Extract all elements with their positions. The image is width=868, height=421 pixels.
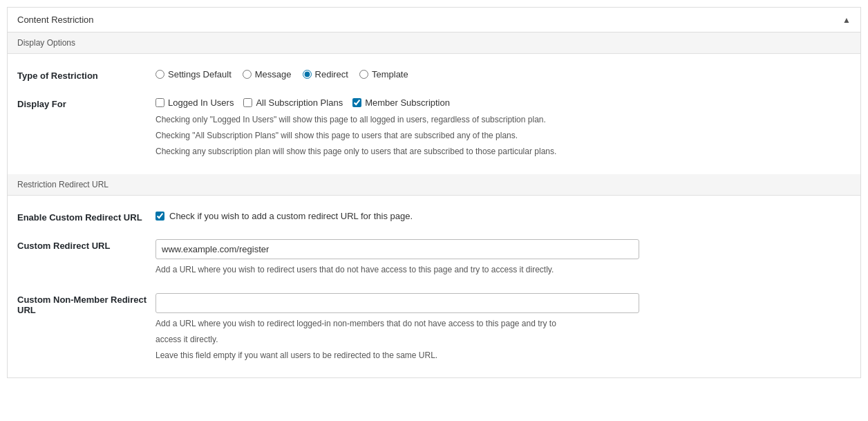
custom-redirect-url-input[interactable] [155,239,639,259]
custom-non-member-redirect-desc-3: Leave this field empty if you want all u… [155,349,851,362]
restriction-radio-group: Settings Default Message Redirect Templa… [155,69,851,79]
restriction-redirect-section-header: Restriction Redirect URL [8,174,860,196]
display-for-checkbox-group: Logged In Users All Subscription Plans M… [155,97,851,108]
enable-custom-redirect-content: Check if you wish to add a custom redire… [155,211,851,221]
custom-redirect-url-content: Add a URL where you wish to redirect use… [155,239,851,277]
display-options-form: Type of Restriction Settings Default Mes… [8,54,860,174]
display-options-section-header: Display Options [8,32,860,54]
collapse-icon[interactable]: ▲ [842,15,851,25]
enable-custom-redirect-label: Enable Custom Redirect URL [17,211,155,223]
checkbox-all-plans-input[interactable] [243,98,252,107]
custom-redirect-url-label: Custom Redirect URL [17,239,155,251]
radio-message[interactable]: Message [243,69,292,79]
panel-title: Content Restriction [17,15,94,25]
radio-template-label: Template [372,69,408,79]
enable-redirect-checkbox-row: Check if you wish to add a custom redire… [155,211,851,221]
checkbox-all-subscription-plans[interactable]: All Subscription Plans [243,97,343,108]
redirect-form: Enable Custom Redirect URL Check if you … [8,196,860,378]
display-for-options: Logged In Users All Subscription Plans M… [155,97,851,159]
display-for-desc-1: Checking only "Logged In Users" will sho… [155,113,851,127]
display-for-label: Display For [17,97,155,109]
custom-non-member-redirect-content: Add a URL where you wish to redirect log… [155,293,851,363]
panel-header: Content Restriction ▲ [8,8,860,32]
checkbox-logged-in-label: Logged In Users [168,97,234,108]
radio-redirect-input[interactable] [303,70,312,79]
content-restriction-panel: Content Restriction ▲ Display Options Ty… [7,7,861,378]
custom-redirect-url-desc: Add a URL where you wish to redirect use… [155,263,851,277]
type-of-restriction-row: Type of Restriction Settings Default Mes… [17,61,851,89]
checkbox-member-sub-label: Member Subscription [365,97,450,108]
radio-redirect[interactable]: Redirect [303,69,348,79]
radio-template[interactable]: Template [359,69,408,79]
display-for-row: Display For Logged In Users All Subscrip… [17,89,851,167]
custom-non-member-redirect-label: Custom Non-Member Redirect URL [17,293,155,315]
checkbox-member-subscription[interactable]: Member Subscription [352,97,450,108]
radio-template-input[interactable] [359,70,368,79]
checkbox-logged-in-users[interactable]: Logged In Users [155,97,234,108]
enable-redirect-checkbox[interactable] [155,212,164,221]
radio-message-input[interactable] [243,70,252,79]
type-of-restriction-label: Type of Restriction [17,69,155,81]
checkbox-logged-in-input[interactable] [155,98,164,107]
display-for-desc-3: Checking any subscription plan will show… [155,145,851,158]
enable-redirect-checkbox-label: Check if you wish to add a custom redire… [169,211,413,221]
custom-non-member-redirect-desc-1: Add a URL where you wish to redirect log… [155,317,851,330]
radio-settings-default[interactable]: Settings Default [155,69,232,79]
display-for-desc-2: Checking "All Subscription Plans" will s… [155,129,851,142]
radio-settings-default-input[interactable] [155,70,164,79]
custom-redirect-url-row: Custom Redirect URL Add a URL where you … [17,231,851,285]
checkbox-all-plans-label: All Subscription Plans [256,97,343,108]
type-of-restriction-options: Settings Default Message Redirect Templa… [155,69,851,79]
custom-non-member-redirect-row: Custom Non-Member Redirect URL Add a URL… [17,285,851,371]
custom-non-member-redirect-desc-2: access it directly. [155,333,851,346]
radio-message-label: Message [255,69,292,79]
enable-custom-redirect-row: Enable Custom Redirect URL Check if you … [17,203,851,231]
checkbox-member-sub-input[interactable] [352,98,361,107]
radio-redirect-label: Redirect [315,69,348,79]
custom-non-member-redirect-input[interactable] [155,293,639,313]
radio-settings-default-label: Settings Default [168,69,232,79]
